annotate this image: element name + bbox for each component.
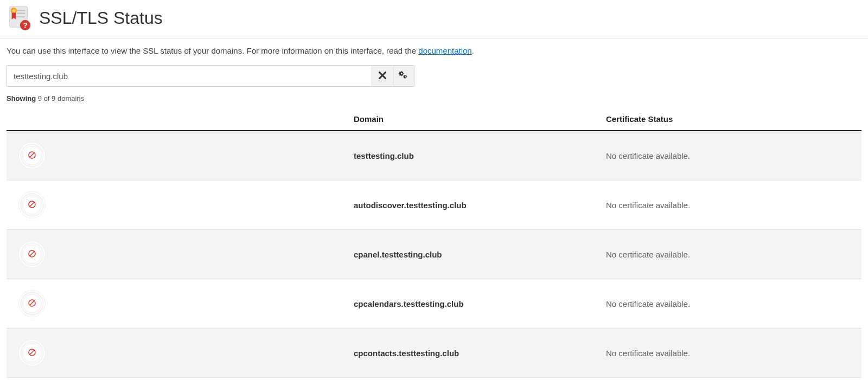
svg-point-9: [405, 76, 406, 77]
showing-count: Showing 9 of 9 domains: [7, 94, 861, 102]
svg-line-17: [30, 301, 34, 305]
svg-line-13: [30, 202, 34, 207]
cell-domain: cpcalendars.testtesting.club: [348, 279, 601, 329]
cell-domain: cpcontacts.testtesting.club: [348, 329, 601, 378]
prohibited-icon: [28, 249, 36, 260]
domains-table: Domain Certificate Status testtesting.cl…: [7, 108, 861, 378]
domain-name: testtesting.club: [354, 151, 414, 160]
no-cert-status-badge: [18, 241, 46, 268]
svg-point-8: [401, 73, 403, 74]
cell-domain: autodiscover.testtesting.club: [348, 181, 601, 230]
table-row: testtesting.club No certificate availabl…: [7, 131, 861, 181]
clear-search-button[interactable]: [372, 65, 393, 87]
table-row: cpcalendars.testtesting.club No certific…: [7, 279, 861, 329]
intro-text-after: .: [472, 46, 474, 55]
table-row: cpcontacts.testtesting.club No certifica…: [7, 329, 861, 378]
settings-button[interactable]: [393, 65, 414, 87]
no-cert-status-badge: [18, 142, 46, 169]
domain-name: cpanel.testtesting.club: [354, 250, 442, 259]
svg-text:?: ?: [23, 21, 27, 29]
page-title: SSL/TLS Status: [39, 8, 163, 28]
table-row: autodiscover.testtesting.club No certifi…: [7, 181, 861, 230]
cell-domain: cpanel.testtesting.club: [348, 230, 601, 279]
domain-name: cpcalendars.testtesting.club: [354, 299, 464, 308]
intro-text-before: You can use this interface to view the S…: [7, 46, 418, 55]
search-toolbar: [7, 65, 861, 87]
documentation-link[interactable]: documentation: [418, 46, 471, 55]
cell-cert-status: No certificate available.: [601, 329, 861, 378]
prohibited-icon: [28, 200, 36, 210]
prohibited-icon: [28, 348, 36, 358]
close-icon: [379, 72, 386, 81]
col-header-empty: [7, 108, 348, 131]
no-cert-status-badge: [18, 290, 46, 317]
intro-text: You can use this interface to view the S…: [7, 46, 861, 55]
no-cert-status-badge: [18, 339, 46, 366]
cell-cert-status: No certificate available.: [601, 181, 861, 230]
domain-name: cpcontacts.testtesting.club: [354, 349, 459, 358]
domain-name: autodiscover.testtesting.club: [354, 201, 467, 210]
ssl-status-icon: ?: [7, 5, 31, 30]
cell-cert-status: No certificate available.: [601, 230, 861, 279]
cell-cert-status: No certificate available.: [601, 279, 861, 329]
col-header-domain: Domain: [348, 108, 601, 131]
col-header-cert-status: Certificate Status: [601, 108, 861, 131]
no-cert-status-badge: [18, 191, 46, 218]
svg-line-19: [30, 350, 34, 355]
cell-cert-status: No certificate available.: [601, 131, 861, 181]
svg-line-11: [30, 153, 34, 157]
showing-label: Showing: [7, 94, 36, 102]
showing-rest: 9 of 9 domains: [36, 94, 84, 102]
page-header: ? SSL/TLS Status: [0, 0, 868, 38]
cell-domain: testtesting.club: [348, 131, 601, 181]
search-input[interactable]: [7, 65, 372, 87]
prohibited-icon: [28, 299, 36, 309]
prohibited-icon: [28, 151, 36, 161]
svg-line-15: [30, 252, 34, 256]
gear-icon: [399, 70, 409, 82]
table-row: cpanel.testtesting.club No certificate a…: [7, 230, 861, 279]
